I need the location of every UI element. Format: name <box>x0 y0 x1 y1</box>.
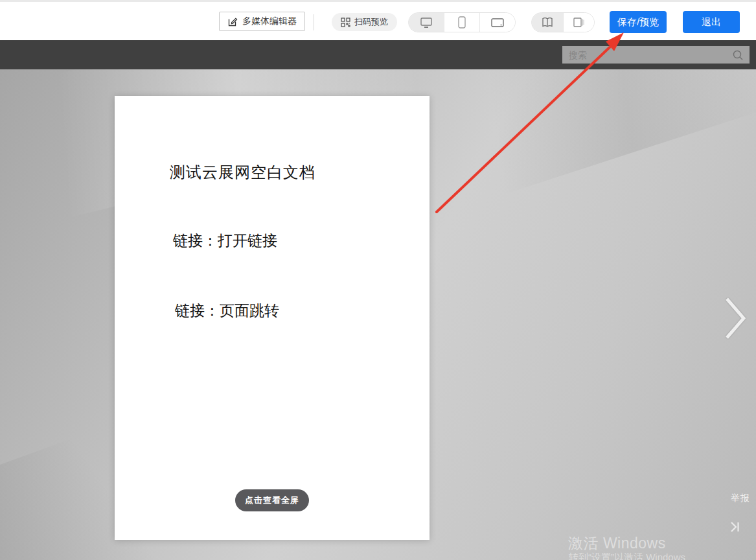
search-box <box>562 46 750 64</box>
search-input[interactable] <box>562 46 732 64</box>
save-preview-button[interactable]: 保存/预览 <box>610 11 667 33</box>
multimedia-editor-button[interactable]: 多媒体编辑器 <box>219 12 305 31</box>
qr-code-icon <box>341 18 350 27</box>
monitor-icon <box>419 17 433 29</box>
document-link-open[interactable]: 链接：打开链接 <box>173 231 277 251</box>
scan-preview-label: 扫码预览 <box>354 16 388 28</box>
book-spread-icon <box>541 17 554 29</box>
top-toolbar: 多媒体编辑器 扫码预览 <box>0 0 756 40</box>
device-phone-segment[interactable] <box>444 13 479 32</box>
flipbook-stage: 测试云展网空白文档 链接：打开链接 链接：页面跳转 点击查看全屏 举报 激活 W… <box>0 69 756 560</box>
next-page-icon <box>722 295 749 342</box>
fullscreen-button[interactable]: 点击查看全屏 <box>235 489 309 511</box>
double-page-segment[interactable] <box>532 13 563 32</box>
skip-last-icon <box>728 520 742 534</box>
document-title: 测试云展网空白文档 <box>170 162 315 183</box>
skip-last-page-button[interactable] <box>728 520 742 534</box>
device-desktop-segment[interactable] <box>409 13 444 32</box>
scan-preview-button[interactable]: 扫码预览 <box>332 13 397 31</box>
single-page-icon <box>573 17 585 28</box>
device-preview-toggle <box>408 12 516 32</box>
toolbar-divider <box>314 14 314 30</box>
document-page[interactable]: 测试云展网空白文档 链接：打开链接 链接：页面跳转 点击查看全屏 <box>115 96 430 540</box>
viewer-header-bar <box>0 40 756 69</box>
page-mode-toggle <box>531 12 595 32</box>
next-page-button[interactable] <box>722 295 749 342</box>
windows-activation-watermark-line2: 转到“设置”以激活 Windows <box>569 552 685 560</box>
windows-activation-watermark-line1: 激活 Windows <box>568 533 666 554</box>
document-link-jump[interactable]: 链接：页面跳转 <box>175 301 279 321</box>
edit-icon <box>227 16 238 27</box>
phone-icon <box>458 16 466 29</box>
device-tablet-segment[interactable] <box>479 13 515 32</box>
exit-button[interactable]: 退出 <box>683 11 740 33</box>
search-icon[interactable] <box>732 49 744 61</box>
single-page-segment[interactable] <box>563 13 595 32</box>
report-link[interactable]: 举报 <box>731 493 750 504</box>
tablet-icon <box>490 18 505 28</box>
multimedia-editor-label: 多媒体编辑器 <box>242 16 297 27</box>
